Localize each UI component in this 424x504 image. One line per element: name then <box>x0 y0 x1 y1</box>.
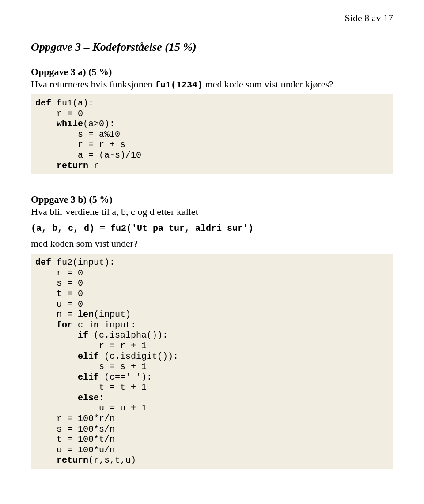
code-text <box>35 161 57 171</box>
prompt-code-inline: (a, b, c, d) = fu2('Ut pa tur, aldri sur… <box>31 223 254 233</box>
code-text: (input) <box>94 309 131 320</box>
kw-def: def <box>35 257 51 267</box>
code-text: r <box>88 161 99 171</box>
code-text: (r,s,t,u) <box>88 455 136 465</box>
code-text: a = (a-s)/10 <box>35 150 141 160</box>
code-text <box>35 351 78 361</box>
task-3a-subtitle: Oppgave 3 a) (5 %) <box>31 66 393 78</box>
kw-for: for <box>57 320 72 330</box>
code-text: n = <box>35 309 78 320</box>
kw-elif: elif <box>78 351 99 361</box>
code-text: u = u + 1 <box>35 403 147 413</box>
code-text <box>35 372 78 382</box>
code-text: : <box>99 393 104 403</box>
code-text: r = 100*r/n <box>35 414 115 424</box>
code-text: r = 0 <box>35 109 83 119</box>
code-text <box>35 393 78 403</box>
code-text: s = 100*s/n <box>35 424 115 434</box>
page-number: Side 8 av 17 <box>31 12 393 24</box>
kw-while: while <box>57 119 83 129</box>
code-text: input: <box>99 320 136 330</box>
task-3a-prompt: Hva returneres hvis funksjonen fu1(1234)… <box>31 79 393 90</box>
code-text: t = 0 <box>35 289 83 299</box>
code-text: r = r + 1 <box>35 341 147 351</box>
code-text: t = 100*t/n <box>35 434 115 444</box>
code-text: (c==' '): <box>99 372 152 382</box>
kw-return: return <box>57 161 88 171</box>
code-text: (c.isalpha()): <box>88 330 168 340</box>
task-3b-prompt-line1: Hva blir verdiene til a, b, c og d etter… <box>31 206 393 218</box>
kw-else: else <box>78 393 99 403</box>
code-text: (a>0): <box>83 119 115 129</box>
code-text <box>35 320 57 330</box>
code-text: fu1(a): <box>51 98 94 108</box>
page: Side 8 av 17 Oppgave 3 – Kodeforståelse … <box>0 0 424 500</box>
code-text <box>35 119 57 129</box>
code-text: u = 100*u/n <box>35 445 115 455</box>
code-text: u = 0 <box>35 299 83 309</box>
kw-elif: elif <box>78 372 99 382</box>
prompt-code-inline: fu1(1234) <box>155 80 203 90</box>
code-text: s = a%10 <box>35 129 120 139</box>
code-text: s = s + 1 <box>35 361 147 372</box>
code-text: t = t + 1 <box>35 382 147 392</box>
kw-len: len <box>78 309 94 320</box>
code-text: s = 0 <box>35 278 83 288</box>
code-block-fu1: def fu1(a): r = 0 while(a>0): s = a%10 r… <box>31 94 393 174</box>
code-text: c <box>72 320 88 330</box>
kw-if: if <box>78 330 88 340</box>
prompt-text-pre: Hva returneres hvis funksjonen <box>31 79 155 90</box>
prompt-text-post: med kode som vist under kjøres? <box>203 79 333 90</box>
code-text: (c.isdigit()): <box>99 351 178 361</box>
code-text: r = r + s <box>35 139 125 150</box>
code-text: r = 0 <box>35 268 83 278</box>
code-text: fu2(input): <box>51 257 115 267</box>
task-3b-prompt-line2: (a, b, c, d) = fu2('Ut pa tur, aldri sur… <box>31 222 393 233</box>
task-title: Oppgave 3 – Kodeforståelse (15 %) <box>31 41 393 54</box>
kw-in: in <box>88 320 99 330</box>
task-3b-subtitle: Oppgave 3 b) (5 %) <box>31 194 393 205</box>
kw-return: return <box>57 455 88 465</box>
code-text <box>35 455 57 465</box>
kw-def: def <box>35 98 51 108</box>
code-block-fu2: def fu2(input): r = 0 s = 0 t = 0 u = 0 … <box>31 254 393 469</box>
task-3b-prompt-line3: med koden som vist under? <box>31 238 393 249</box>
code-text <box>35 330 78 340</box>
